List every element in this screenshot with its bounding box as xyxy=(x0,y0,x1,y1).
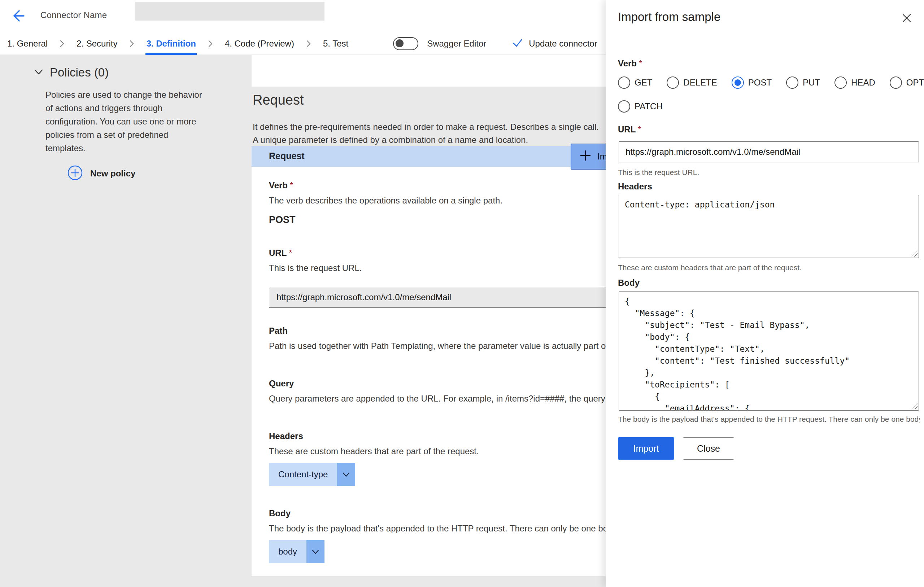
request-description-line2: A unique parameter is defined by a combi… xyxy=(252,134,606,147)
chevron-right-icon xyxy=(306,40,312,48)
query-field-label: Query xyxy=(269,378,606,389)
update-connector-label: Update connector xyxy=(529,39,597,49)
connector-name-input[interactable] xyxy=(135,2,325,21)
required-asterisk: * xyxy=(290,180,293,190)
checkmark-icon xyxy=(512,38,523,50)
radio-put[interactable]: PUT xyxy=(786,76,820,89)
panel-url-input[interactable] xyxy=(619,142,919,162)
path-field-description: Path is used together with Path Templati… xyxy=(269,341,606,351)
swagger-editor-toggle[interactable] xyxy=(393,37,418,50)
required-asterisk: * xyxy=(638,124,641,134)
chevron-right-icon xyxy=(129,40,135,48)
plus-circle-icon xyxy=(67,165,83,182)
back-arrow-icon[interactable] xyxy=(9,8,25,24)
new-policy-button[interactable]: New policy xyxy=(67,165,252,182)
panel-body-textarea[interactable]: { "Message": { "subject": "Test - Email … xyxy=(619,292,919,411)
connector-editor-app: Connector Name 1. General 2. Security 3.… xyxy=(0,0,924,587)
verb-field-label: Verb* xyxy=(269,180,606,191)
body-field-description: The body is the payload that's appended … xyxy=(269,523,606,534)
query-field-description: Query parameters are appended to the URL… xyxy=(269,394,606,404)
plus-icon xyxy=(579,149,592,164)
new-policy-label: New policy xyxy=(90,168,135,178)
toggle-knob xyxy=(396,40,404,47)
content-type-chip-label: Content-type xyxy=(269,463,337,486)
radio-circle-selected xyxy=(732,76,744,89)
panel-url-helper: This is the request URL. xyxy=(618,168,917,177)
panel-url-label: URL* xyxy=(618,124,641,135)
radio-head[interactable]: HEAD xyxy=(835,76,875,89)
radio-options[interactable]: OPTIONS xyxy=(890,76,924,89)
radio-get[interactable]: GET xyxy=(618,76,652,89)
tab-security[interactable]: 2. Security xyxy=(74,33,119,55)
verb-field-description: The verb describes the operations availa… xyxy=(269,196,606,206)
radio-circle xyxy=(667,76,679,89)
tab-definition[interactable]: 3. Definition xyxy=(144,33,198,55)
headers-field-description: These are custom headers that are part o… xyxy=(269,446,606,457)
url-field-description: This is the request URL. xyxy=(269,263,606,273)
body-param-chip[interactable]: body xyxy=(269,540,325,563)
request-heading: Request xyxy=(252,92,304,108)
policies-description: Policies are used to change the behavior… xyxy=(46,88,207,155)
close-button[interactable]: Close xyxy=(683,437,734,460)
panel-headers-label: Headers xyxy=(618,181,652,191)
body-field-label: Body xyxy=(269,508,606,518)
radio-circle xyxy=(835,76,847,89)
import-from-sample-button-label: Import from sample xyxy=(597,152,606,162)
body-chip-label: body xyxy=(269,540,307,563)
path-field-label: Path xyxy=(269,326,606,336)
tab-code-preview[interactable]: 4. Code (Preview) xyxy=(223,33,296,55)
import-button[interactable]: Import xyxy=(618,437,674,460)
radio-circle xyxy=(618,100,630,112)
verb-radio-group: GET DELETE POST PUT HEAD OPTIONS xyxy=(618,76,924,89)
policies-sidebar: Policies (0) Policies are used to change… xyxy=(0,55,252,587)
main-bottom-strip xyxy=(252,576,606,587)
close-icon[interactable] xyxy=(900,12,913,25)
radio-circle xyxy=(786,76,799,89)
panel-title: Import from sample xyxy=(618,10,720,24)
headers-field-label: Headers xyxy=(269,431,606,441)
request-section-bar: Request xyxy=(252,146,606,167)
request-bar-title: Request xyxy=(269,151,305,161)
radio-circle xyxy=(890,76,902,89)
radio-patch[interactable]: PATCH xyxy=(618,100,663,112)
page-title: Connector Name xyxy=(40,10,107,20)
verb-radio-group-row2: PATCH xyxy=(618,100,663,112)
required-asterisk: * xyxy=(639,58,642,68)
update-connector-button[interactable]: Update connector xyxy=(512,38,597,50)
request-intro-section: Request It defines the pre-requirements … xyxy=(252,87,606,146)
swagger-editor-toggle-label: Swagger Editor xyxy=(427,39,486,49)
policies-section-header[interactable]: Policies (0) xyxy=(33,66,252,79)
tab-general[interactable]: 1. General xyxy=(5,33,50,55)
chevron-down-icon[interactable] xyxy=(307,540,325,563)
content-type-header-chip[interactable]: Content-type xyxy=(269,463,355,486)
import-from-sample-panel: Import from sample Verb* GET DELETE POST… xyxy=(606,0,924,587)
import-from-sample-button[interactable]: Import from sample xyxy=(571,143,606,170)
tab-test[interactable]: 5. Test xyxy=(321,33,350,55)
radio-post[interactable]: POST xyxy=(732,76,772,89)
panel-headers-textarea[interactable]: Content-type: application/json xyxy=(619,195,919,258)
panel-body-helper: The body is the payload that's appended … xyxy=(618,415,920,424)
panel-headers-helper: These are custom headers that are part o… xyxy=(618,263,917,272)
radio-delete[interactable]: DELETE xyxy=(667,76,717,89)
wizard-tabs: 1. General 2. Security 3. Definition 4. … xyxy=(0,33,350,55)
chevron-right-icon xyxy=(208,40,213,48)
request-url-readonly-input[interactable]: https://graph.microsoft.com/v1.0/me/send… xyxy=(269,287,606,308)
radio-circle xyxy=(618,76,630,89)
policies-title: Policies (0) xyxy=(50,66,109,79)
chevron-down-icon xyxy=(33,66,44,79)
chevron-down-icon[interactable] xyxy=(337,463,355,486)
required-asterisk: * xyxy=(289,248,292,257)
definition-main-area: Request It defines the pre-requirements … xyxy=(252,55,606,576)
panel-verb-label: Verb* xyxy=(618,58,642,69)
panel-body-label: Body xyxy=(618,278,640,288)
url-field-label: URL* xyxy=(269,248,606,258)
verb-value: POST xyxy=(269,214,606,226)
request-description-line1: It defines the pre-requirements needed i… xyxy=(252,120,606,134)
chevron-right-icon xyxy=(59,40,65,48)
